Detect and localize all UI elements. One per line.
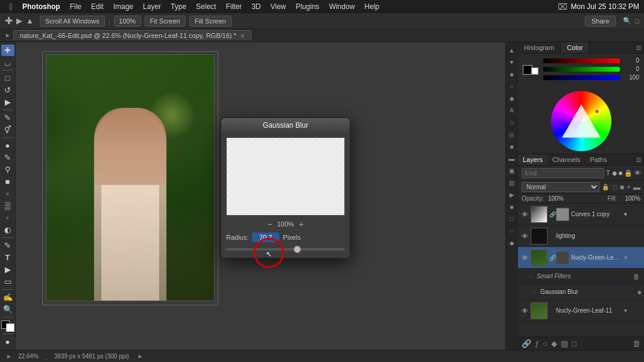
layers-search-input[interactable]	[522, 168, 604, 178]
layer-eye-gaussian[interactable]: ○	[530, 288, 538, 296]
layer-options-curves[interactable]: ▼	[623, 211, 631, 217]
blue-slider[interactable]	[543, 75, 620, 80]
panel-icon-8[interactable]: ◎	[507, 129, 517, 140]
layer-eye-lighting[interactable]: 👁	[520, 232, 529, 240]
background-color[interactable]	[6, 323, 14, 332]
eyedropper-tool-btn[interactable]: ⚥	[1, 124, 14, 136]
tab-close-icon[interactable]: ✕	[240, 33, 245, 39]
new-layer-btn[interactable]: □	[572, 339, 576, 348]
lock-image-icon[interactable]: ■	[620, 183, 624, 192]
tab-paths[interactable]: Paths	[586, 154, 612, 165]
lock-artboard-icon[interactable]: ▬	[633, 183, 640, 192]
panel-icon-4[interactable]: ○	[507, 81, 517, 92]
delete-layer-btn[interactable]: 🗑	[633, 339, 640, 348]
panel-icon-1[interactable]: ▲	[507, 45, 517, 55]
menu-3d[interactable]: 3D	[247, 1, 265, 12]
smart-filter-trash-icon[interactable]: 🗑	[633, 273, 642, 280]
menu-plugins[interactable]: Plugins	[291, 1, 323, 12]
layer-eye-leaf[interactable]: 👁	[520, 307, 529, 315]
quick-mask-btn[interactable]: ●	[1, 336, 14, 348]
fill-screen-btn[interactable]: Fill Screen	[189, 16, 232, 27]
lock-move-icon[interactable]: +	[627, 183, 631, 192]
menu-window[interactable]: Window	[325, 1, 359, 12]
text-tool-btn[interactable]: T	[1, 252, 14, 263]
zoom-input[interactable]	[114, 16, 141, 27]
share-btn[interactable]: Share	[585, 16, 616, 27]
blur-tool-btn[interactable]: ◦	[1, 212, 14, 223]
zoom-out-icon[interactable]: −	[267, 219, 272, 229]
gradient-tool-btn[interactable]: ▒	[1, 200, 14, 211]
eraser-tool-btn[interactable]: ▫	[1, 188, 14, 199]
red-slider[interactable]	[543, 58, 620, 63]
fill-value[interactable]: 100%	[625, 195, 640, 202]
status-arrow-icon[interactable]: ►	[6, 353, 12, 360]
menu-view[interactable]: View	[266, 1, 290, 12]
filter-locked-icon[interactable]: 🔒	[624, 167, 633, 178]
menu-type[interactable]: Type	[166, 1, 191, 12]
color-swatch[interactable]	[1, 320, 14, 332]
panel-icon-7[interactable]: ◇	[507, 117, 517, 128]
menu-layer[interactable]: Layer	[139, 1, 165, 12]
layers-panel-menu-icon[interactable]: ☰	[636, 157, 642, 163]
marquee-tool-btn[interactable]: □	[1, 72, 14, 84]
bg-indicator[interactable]	[531, 67, 538, 75]
filter-visible-icon[interactable]: 👁	[634, 167, 641, 178]
tab-histogram[interactable]: Histogram	[518, 42, 561, 53]
brush-tool-btn[interactable]: ✎	[1, 152, 14, 163]
radius-slider[interactable]	[226, 248, 345, 251]
crop-tool-btn[interactable]: ✎	[1, 112, 14, 123]
healing-brush-btn[interactable]: ●	[1, 140, 14, 151]
panel-icon-3[interactable]: ■	[507, 69, 517, 80]
zoom-in-icon[interactable]: +	[299, 219, 304, 229]
path-select-btn[interactable]: ▶	[1, 264, 14, 275]
add-layer-style-btn[interactable]: ƒ	[535, 339, 539, 348]
panel-icon-10[interactable]: ▬	[507, 153, 517, 164]
dodge-tool-btn[interactable]: ◐	[1, 224, 14, 236]
hand-tool-btn[interactable]: ✍	[1, 292, 14, 303]
layer-item-smart-filters[interactable]: ○ Smart Filters 🗑	[518, 269, 644, 284]
panel-icon-13[interactable]: ▶	[507, 189, 517, 200]
radius-input[interactable]	[252, 232, 279, 242]
menu-image[interactable]: Image	[109, 1, 137, 12]
dialog-preview-area[interactable]	[226, 137, 345, 216]
panel-icon-11[interactable]: ▣	[507, 165, 517, 176]
clone-stamp-btn[interactable]: ⚲	[1, 164, 14, 175]
layer-item-lighting[interactable]: 👁 lighting	[518, 225, 644, 247]
layer-item-leaf[interactable]: 👁 Nucly-Green-Leaf-11 ▼	[518, 300, 644, 322]
opacity-value[interactable]: 100%	[548, 195, 564, 202]
panel-icon-2[interactable]: ▼	[507, 57, 517, 67]
panel-icon-6[interactable]: A	[507, 105, 517, 116]
add-adjustment-btn[interactable]: ◆	[551, 339, 557, 348]
panel-icon-14[interactable]: ■	[507, 201, 517, 212]
panel-icon-17[interactable]: ◆	[507, 237, 517, 248]
menu-select[interactable]: Select	[192, 1, 220, 12]
lock-all-icon[interactable]: □	[613, 183, 617, 192]
layer-eye-leaf-copy[interactable]: 👁	[520, 254, 529, 262]
filter-adjustment-icon[interactable]: ◆	[612, 167, 617, 178]
photo-canvas[interactable]	[46, 54, 215, 301]
layer-item-gaussian-blur[interactable]: ○ Gaussian Blur ◆	[518, 284, 644, 300]
link-layers-btn[interactable]: 🔗	[522, 339, 531, 348]
move-tool-btn[interactable]: ✚	[1, 45, 14, 56]
panel-toggle-icon[interactable]: □	[635, 17, 639, 25]
zoom-tool-btn[interactable]: 🔍	[1, 304, 14, 315]
menu-photoshop[interactable]: Photoshop	[18, 1, 65, 12]
panel-icon-15[interactable]: □	[507, 213, 517, 224]
pen-tool-btn[interactable]: ✎	[1, 240, 14, 251]
radius-slider-thumb[interactable]	[294, 246, 301, 253]
panel-icon-9[interactable]: ■	[507, 141, 517, 152]
panel-icon-16[interactable]: ○	[507, 225, 517, 236]
fit-screen-btn[interactable]: Fit Screen	[145, 16, 186, 27]
layer-item-curves[interactable]: 👁 🔗 Curves 1 copy ▼	[518, 204, 644, 225]
menu-file[interactable]: File	[66, 1, 86, 12]
blend-mode-select[interactable]: Normal	[522, 182, 599, 192]
history-brush-btn[interactable]: ■	[1, 176, 14, 187]
layer-eye-smart[interactable]: ○	[526, 272, 535, 281]
tab-layers[interactable]: Layers	[518, 154, 548, 165]
green-slider[interactable]	[543, 67, 620, 72]
layer-item-leaf-copy[interactable]: 👁 🔗 Nucly-Green-Leaf-11 copy ▼	[518, 247, 644, 269]
tab-color[interactable]: Color	[561, 42, 589, 53]
add-mask-btn[interactable]: ○	[543, 339, 548, 348]
filter-smart-icon[interactable]: ■	[619, 167, 623, 178]
layer-eye-curves[interactable]: 👁	[520, 210, 529, 219]
